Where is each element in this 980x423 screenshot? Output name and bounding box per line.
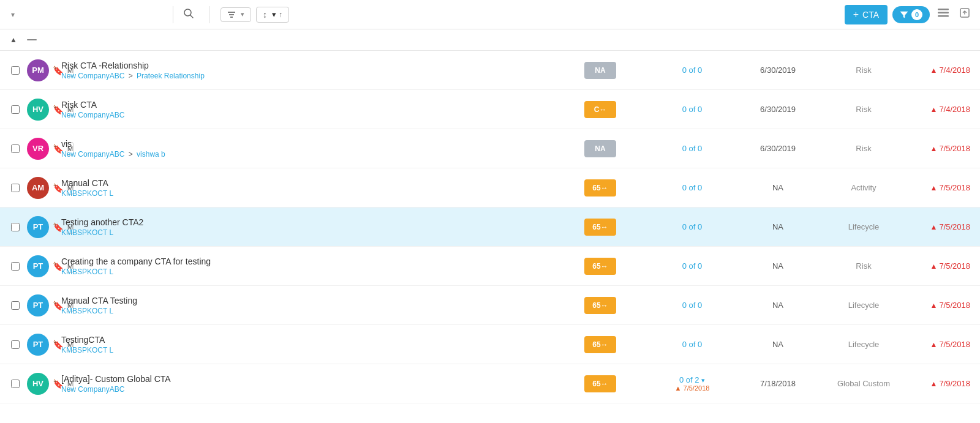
cta-title[interactable]: Creating the a company CTA for testing bbox=[61, 256, 545, 266]
tasks-link[interactable]: 0 of 2 ▾ bbox=[679, 375, 705, 384]
health-cell: 65↔ bbox=[545, 219, 655, 236]
cta-title[interactable]: Manual CTA bbox=[61, 178, 545, 188]
tasks-link[interactable]: 0 of 0 bbox=[682, 66, 703, 75]
due-date-filter-1[interactable]: ▾ bbox=[221, 7, 251, 22]
avatar-cell: AM 🔖 M bbox=[24, 177, 61, 199]
avatar-cell: VR 🔖 M bbox=[24, 138, 61, 160]
tasks-link[interactable]: 0 of 0 bbox=[682, 261, 703, 271]
row-checkbox-cell bbox=[6, 380, 24, 388]
due-date-cell: ▲ 7/5/2018 bbox=[900, 301, 980, 310]
row-checkbox[interactable] bbox=[11, 301, 20, 310]
due-date-cell: ▲ 7/4/2018 bbox=[900, 105, 980, 114]
row-checkbox[interactable] bbox=[11, 340, 20, 349]
row-checkbox[interactable] bbox=[11, 105, 20, 114]
overdue-icon: ▲ bbox=[930, 340, 938, 349]
cta-name-cell: Risk CTA -Relationship New CompanyABC > … bbox=[61, 56, 545, 85]
overdue-icon: ▲ bbox=[930, 262, 938, 271]
active-filter-badge[interactable]: 0 bbox=[892, 6, 930, 23]
tasks-cell: 0 of 0 bbox=[655, 183, 729, 192]
cta-company[interactable]: New CompanyABC bbox=[61, 111, 545, 119]
cta-company[interactable]: KMBSPKOCT L bbox=[61, 346, 545, 354]
svg-rect-7 bbox=[938, 15, 949, 17]
row-checkbox-cell bbox=[6, 184, 24, 192]
avatar: PT bbox=[27, 294, 49, 316]
divider-1 bbox=[173, 6, 173, 23]
overdue-icon: ▲ bbox=[930, 223, 938, 231]
cta-title[interactable]: [Aditya]- Custom Global CTA bbox=[61, 374, 545, 384]
tasks-link[interactable]: 0 of 0 bbox=[682, 340, 703, 349]
group-collapse-button[interactable]: ▲ bbox=[10, 36, 17, 44]
tasks-cell: 0 of 0 bbox=[655, 340, 729, 349]
tasks-dropdown-icon[interactable]: ▾ bbox=[701, 376, 705, 384]
row-checkbox[interactable] bbox=[11, 144, 20, 153]
tasks-link[interactable]: 0 of 0 bbox=[682, 183, 703, 192]
avatar-cell: PT 🔖 M bbox=[24, 255, 61, 277]
due-date-value: 7/4/2018 bbox=[939, 66, 970, 75]
svg-rect-5 bbox=[938, 9, 949, 10]
due-date-value: 7/5/2018 bbox=[939, 340, 970, 349]
avatar-cell: PM 🔖 M bbox=[24, 59, 61, 81]
tasks-link[interactable]: 0 of 0 bbox=[682, 222, 703, 231]
tasks-cell: 0 of 0 bbox=[655, 105, 729, 114]
breadcrumb-arrow: > bbox=[129, 72, 133, 80]
due-date-cell: ▲ 7/5/2018 bbox=[900, 144, 980, 153]
cta-title[interactable]: Risk CTA bbox=[61, 100, 545, 110]
due-date-value: 7/5/2018 bbox=[939, 144, 970, 153]
row-checkbox[interactable] bbox=[11, 184, 20, 192]
cta-company[interactable]: New CompanyABC > Prateek Relationship bbox=[61, 72, 545, 80]
type-cell: Global Custom bbox=[827, 379, 900, 388]
tasks-cell: 0 of 2 ▾ ▲ 7/5/2018 bbox=[675, 375, 710, 392]
row-checkbox-cell bbox=[6, 301, 24, 310]
cta-title[interactable]: TestingCTA bbox=[61, 335, 545, 345]
row-checkbox[interactable] bbox=[11, 380, 20, 388]
tasks-link[interactable]: 0 of 0 bbox=[682, 105, 703, 114]
cta-name-cell: Risk CTA New CompanyABC bbox=[61, 95, 545, 124]
table-row: PM 🔖 M Risk CTA -Relationship New Compan… bbox=[0, 51, 980, 90]
cta-title[interactable]: Testing another CTA2 bbox=[61, 217, 545, 227]
row-checkbox[interactable] bbox=[11, 66, 20, 75]
renewal-cell: 7/18/2018 bbox=[729, 379, 827, 388]
due-date-sort[interactable]: ↕ ▾ ↑ bbox=[256, 7, 289, 23]
rows-container: PM 🔖 M Risk CTA -Relationship New Compan… bbox=[0, 51, 980, 403]
health-badge: 65↔ bbox=[584, 375, 616, 392]
filter-icon bbox=[227, 10, 236, 19]
view-dropdown[interactable]: ▾ bbox=[7, 10, 167, 19]
tasks-link[interactable]: 0 of 0 bbox=[682, 144, 703, 153]
cta-company[interactable]: KMBSPKOCT L bbox=[61, 189, 545, 198]
top-bar: ▾ ▾ ↕ ▾ ↑ + CTA bbox=[0, 0, 980, 29]
export-button[interactable] bbox=[957, 5, 973, 24]
cta-company[interactable]: KMBSPKOCT L bbox=[61, 307, 545, 315]
cta-company[interactable]: KMBSPKOCT L bbox=[61, 268, 545, 276]
row-checkbox-cell bbox=[6, 105, 24, 114]
cta-title[interactable]: Risk CTA -Relationship bbox=[61, 61, 545, 70]
cta-company[interactable]: New CompanyABC bbox=[61, 385, 545, 394]
tasks-cell: 0 of 0 bbox=[655, 301, 729, 310]
renewal-cell: NA bbox=[729, 301, 827, 310]
row-checkbox[interactable] bbox=[11, 223, 20, 231]
cta-title[interactable]: Manual CTA Testing bbox=[61, 296, 545, 305]
table-row: VR 🔖 M vis New CompanyABC > vishwa b NA … bbox=[0, 129, 980, 168]
overdue-icon: ▲ bbox=[930, 144, 938, 153]
list-view-button[interactable] bbox=[935, 5, 952, 24]
avatar: PT bbox=[27, 216, 49, 238]
health-cell: 65↔ bbox=[545, 297, 655, 314]
cta-company[interactable]: KMBSPKOCT L bbox=[61, 228, 545, 237]
tasks-link[interactable]: 0 of 0 bbox=[682, 301, 703, 310]
cta-company[interactable]: New CompanyABC > vishwa b bbox=[61, 150, 545, 159]
due-date-cell: ▲ 7/5/2018 bbox=[900, 261, 980, 271]
add-cta-button[interactable]: + CTA bbox=[845, 5, 888, 24]
row-checkbox[interactable] bbox=[11, 262, 20, 271]
health-cell: 65↔ bbox=[545, 179, 655, 197]
table-row: PT 🔖 M TestingCTA KMBSPKOCT L 65↔ 0 of 0… bbox=[0, 325, 980, 364]
due-date-cell: ▲ 7/5/2018 bbox=[900, 183, 980, 192]
due-date-cell: ▲ 7/5/2018 bbox=[900, 340, 980, 349]
filter1-chevron: ▾ bbox=[241, 10, 244, 18]
health-badge: C↔ bbox=[584, 101, 616, 118]
health-cell: 65↔ bbox=[545, 375, 655, 392]
avatar-cell: PT 🔖 M bbox=[24, 216, 61, 238]
overdue-icon: ▲ bbox=[930, 380, 938, 388]
row-checkbox-cell bbox=[6, 66, 24, 75]
search-button[interactable] bbox=[179, 4, 198, 25]
cta-title[interactable]: vis bbox=[61, 139, 545, 149]
health-cell: 65↔ bbox=[545, 336, 655, 353]
